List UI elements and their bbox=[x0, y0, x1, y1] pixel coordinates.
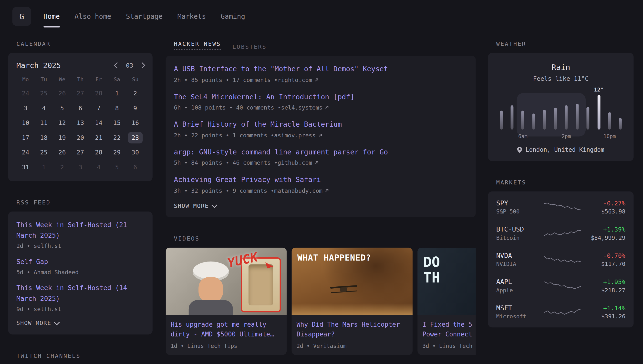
calendar-month-number: 03 bbox=[126, 62, 133, 69]
calendar-widget: March 2025 03 MoTuWeThFrSaSu 24252627281… bbox=[8, 53, 153, 181]
market-price: $563.98 bbox=[583, 208, 625, 215]
market-symbol: AAPL Apple bbox=[496, 278, 542, 294]
chevron-down-icon bbox=[211, 202, 217, 208]
market-ticker: AAPL bbox=[496, 278, 542, 286]
weather-hour-column: 2pm bbox=[562, 106, 570, 140]
video-card[interactable]: WHAT HAPPENED? Why Did The Mars Helicopt… bbox=[291, 248, 413, 355]
weather-time-label: 10pm bbox=[603, 133, 616, 140]
calendar-day: 2 bbox=[53, 162, 71, 173]
market-row[interactable]: BTC-USD Bitcoin +1.39% $84,999.29 bbox=[488, 220, 633, 246]
rss-item-meta: 2d • selfh.st bbox=[16, 242, 144, 249]
calendar-day: 11 bbox=[35, 117, 53, 128]
market-row[interactable]: SPY S&P 500 -0.27% $563.98 bbox=[488, 194, 633, 220]
thumbnail-decoration bbox=[199, 277, 223, 302]
weather-bar bbox=[543, 110, 546, 130]
markets-list: SPY S&P 500 -0.27% $563.98 BTC-USD bbox=[488, 194, 633, 325]
calendar-day: 21 bbox=[90, 132, 108, 144]
logo[interactable]: G bbox=[12, 7, 31, 26]
market-row[interactable]: AAPL Apple +1.95% $218.27 bbox=[488, 272, 633, 299]
rss-item: Self Gap 5d • Ahmad Shadeed bbox=[16, 256, 144, 275]
calendar-day: 31 bbox=[16, 162, 35, 173]
weather-bar bbox=[576, 104, 578, 130]
hacker-news-widget: A USB Interface to the "Mother of All De… bbox=[166, 56, 476, 217]
calendar-day: 17 bbox=[16, 132, 35, 144]
calendar-day: 18 bbox=[35, 132, 53, 144]
weather-hour-column bbox=[573, 104, 581, 140]
market-sparkline bbox=[542, 201, 583, 213]
rss-item-title[interactable]: Self Gap bbox=[16, 256, 144, 267]
video-title[interactable]: Why Did The Mars Helicopter Disappear? bbox=[297, 320, 408, 339]
nav-tab[interactable]: Home bbox=[44, 0, 60, 33]
news-show-more-button[interactable]: SHOW MORE bbox=[174, 202, 467, 209]
rss-item-title[interactable]: This Week in Self-Hosted (14 March 2025) bbox=[16, 283, 144, 304]
calendar-day: 13 bbox=[71, 117, 90, 128]
thumbnail-text: WHAT HAPPENED? bbox=[297, 253, 371, 262]
calendar-day: 1 bbox=[108, 88, 126, 99]
news-story-domain[interactable]: asimov.press bbox=[274, 132, 316, 138]
video-thumbnail[interactable]: WHAT HAPPENED? bbox=[291, 248, 413, 315]
news-story-title[interactable]: A Brief History of the Miracle Bacterium bbox=[174, 119, 467, 130]
nav-tab[interactable]: Markets bbox=[178, 0, 206, 33]
news-story-domain[interactable]: matanabudy.com bbox=[274, 187, 322, 194]
news-story-title[interactable]: A USB Interface to the "Mother of All De… bbox=[174, 64, 467, 74]
news-tab[interactable]: HACKER NEWS bbox=[174, 40, 221, 50]
video-thumbnail[interactable]: DO TH bbox=[417, 248, 476, 315]
rss-show-more-button[interactable]: SHOW MORE bbox=[16, 320, 144, 326]
weather-hour-column bbox=[540, 110, 549, 140]
calendar-day: 14 bbox=[90, 117, 108, 128]
news-story-domain[interactable]: github.com bbox=[278, 160, 312, 166]
weather-bar bbox=[565, 106, 568, 130]
news-tab[interactable]: LOBSTERS bbox=[232, 44, 267, 50]
market-values: +1.14% $391.26 bbox=[583, 304, 625, 319]
news-story: A Brief History of the Miracle Bacterium… bbox=[174, 119, 467, 138]
chevron-right-icon[interactable] bbox=[139, 62, 145, 68]
market-row[interactable]: NVDA NVIDIA -0.70% $117.70 bbox=[488, 246, 633, 273]
news-story-domain[interactable]: sel4.systems bbox=[281, 104, 322, 111]
weekday-label: We bbox=[53, 76, 71, 84]
market-row[interactable]: MSFT Microsoft +1.14% $391.26 bbox=[488, 299, 633, 325]
market-ticker: NVDA bbox=[496, 252, 542, 260]
left-column: CALENDAR March 2025 03 MoTuWeThFrSaSu 24… bbox=[8, 33, 153, 364]
chevron-left-icon[interactable] bbox=[114, 62, 120, 68]
content-columns: CALENDAR March 2025 03 MoTuWeThFrSaSu 24… bbox=[0, 33, 643, 364]
calendar-day: 29 bbox=[108, 146, 126, 158]
market-price: $218.27 bbox=[583, 287, 625, 293]
calendar-header: March 2025 03 bbox=[16, 61, 144, 70]
calendar-day: 9 bbox=[126, 102, 144, 114]
video-title[interactable]: His upgrade got me really dirty - AMD $5… bbox=[171, 320, 282, 339]
market-name: Microsoft bbox=[496, 313, 542, 320]
calendar-day: 28 bbox=[90, 146, 108, 158]
video-card[interactable]: YUCK His upgrade got me really dirty - A… bbox=[166, 248, 287, 355]
calendar-day: 24 bbox=[16, 146, 35, 158]
calendar-day: 15 bbox=[108, 117, 126, 128]
weather-bar bbox=[554, 108, 557, 130]
news-story-info: 2h • 22 points • 1 comments • bbox=[174, 132, 274, 138]
news-story-title[interactable]: argp: GNU-style command line argument pa… bbox=[174, 147, 467, 157]
video-title[interactable]: I Fixed the 5 Power Connect bbox=[422, 320, 475, 339]
news-story-domain[interactable]: righto.com bbox=[278, 76, 312, 83]
video-caption: I Fixed the 5 Power Connect 3d • Linus T… bbox=[417, 314, 476, 355]
weather-time-label: 6am bbox=[518, 133, 527, 140]
rss-item-title[interactable]: This Week in Self-Hosted (21 March 2025) bbox=[16, 220, 144, 241]
weather-hour-column: 10pm bbox=[606, 112, 614, 140]
market-values: -0.27% $563.98 bbox=[583, 199, 625, 214]
calendar-day: 6 bbox=[71, 102, 90, 114]
calendar-day: 24 bbox=[16, 88, 35, 99]
video-thumbnail[interactable]: YUCK bbox=[166, 248, 287, 315]
news-show-more-label: SHOW MORE bbox=[174, 202, 209, 209]
news-story-title[interactable]: The SeL4 Microkernel: An Introduction [p… bbox=[174, 92, 467, 102]
external-link-icon bbox=[325, 188, 329, 192]
nav-tab[interactable]: Gaming bbox=[221, 0, 245, 33]
news-story-title[interactable]: Achieving Great Privacy with Safari bbox=[174, 175, 467, 185]
weekday-label: Fr bbox=[90, 76, 108, 84]
nav-tab[interactable]: Startpage bbox=[126, 0, 163, 33]
weather-location: London, United Kingdom bbox=[496, 146, 625, 153]
nav-tab[interactable]: Also home bbox=[75, 0, 111, 33]
video-caption: Why Did The Mars Helicopter Disappear? 2… bbox=[291, 314, 413, 355]
weather-hour-column bbox=[584, 107, 592, 140]
market-values: +1.95% $218.27 bbox=[583, 278, 625, 293]
video-card[interactable]: DO TH I Fixed the 5 Power Connect 3d • L… bbox=[417, 248, 476, 355]
market-sparkline bbox=[542, 280, 583, 292]
calendar-day: 2 bbox=[126, 88, 144, 99]
market-ticker: SPY bbox=[496, 199, 542, 207]
